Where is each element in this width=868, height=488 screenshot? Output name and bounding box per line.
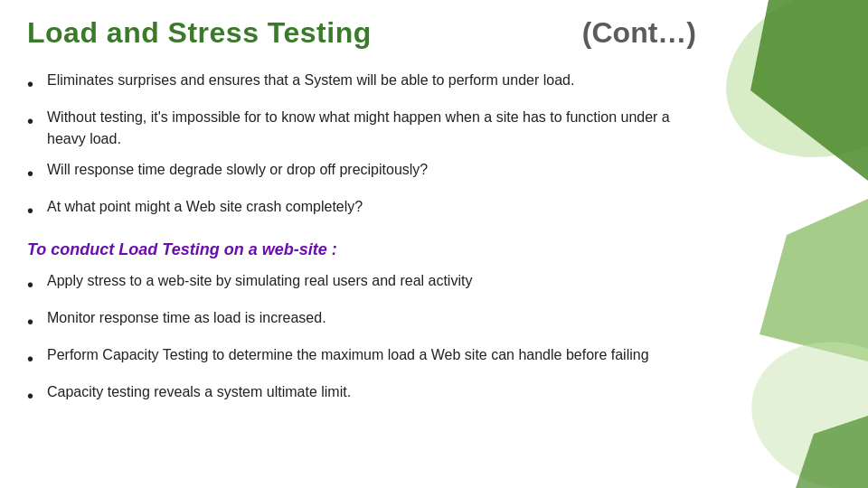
- bullet-text: Eliminates surprises and ensures that a …: [47, 70, 698, 91]
- bullet-text: Capacity testing reveals a system ultima…: [47, 381, 698, 403]
- list-item: •Perform Capacity Testing to determine t…: [27, 344, 841, 372]
- list-item: •Capacity testing reveals a system ultim…: [27, 381, 841, 409]
- cont-label: (Cont…): [582, 16, 696, 50]
- list-item: •Will response time degrade slowly or dr…: [27, 159, 841, 187]
- list-item: •Apply stress to a web-site by simulatin…: [27, 270, 841, 298]
- bullet-dot: •: [27, 70, 47, 98]
- bullet-dot: •: [27, 159, 47, 187]
- bullet-dot: •: [27, 381, 47, 409]
- bullet-text: Will response time degrade slowly or dro…: [47, 159, 698, 181]
- list-item: •At what point might a Web site crash co…: [27, 196, 841, 224]
- bullet-section-2: •Apply stress to a web-site by simulatin…: [27, 270, 841, 409]
- bullet-dot: •: [27, 307, 47, 335]
- subheading: To conduct Load Testing on a web-site :: [27, 240, 841, 259]
- header-row: Load and Stress Testing (Cont…): [27, 16, 841, 50]
- bullet-text: Apply stress to a web-site by simulating…: [47, 270, 698, 292]
- page-title: Load and Stress Testing: [27, 16, 372, 50]
- bullet-dot: •: [27, 344, 47, 372]
- list-item: •Without testing, it's impossible for to…: [27, 107, 841, 150]
- bullet-dot: •: [27, 270, 47, 298]
- bullet-text: Perform Capacity Testing to determine th…: [47, 344, 698, 366]
- bullet-dot: •: [27, 196, 47, 224]
- bullet-text: At what point might a Web site crash com…: [47, 196, 698, 218]
- bullet-text: Monitor response time as load is increas…: [47, 307, 698, 329]
- list-item: •Eliminates surprises and ensures that a…: [27, 70, 841, 98]
- bullet-text: Without testing, it's impossible for to …: [47, 107, 698, 150]
- bullet-section-1: •Eliminates surprises and ensures that a…: [27, 70, 841, 224]
- bullet-dot: •: [27, 107, 47, 135]
- list-item: •Monitor response time as load is increa…: [27, 307, 841, 335]
